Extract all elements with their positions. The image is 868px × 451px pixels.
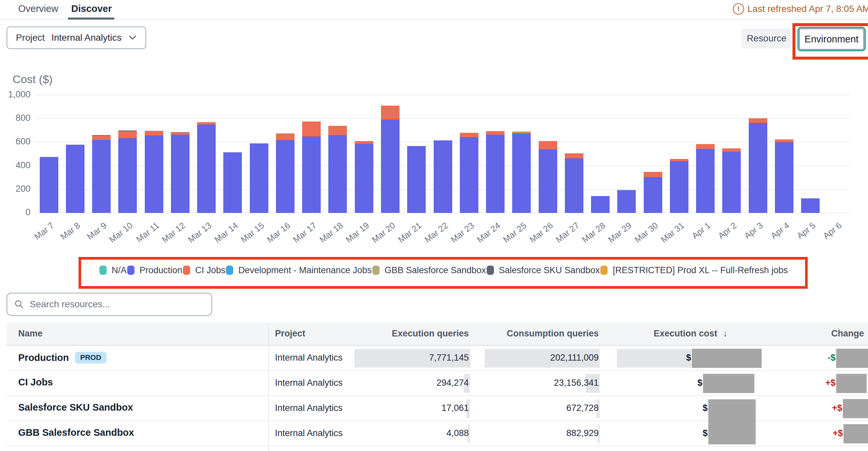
bar-mar-29[interactable] [617,190,636,213]
bar-mar-27[interactable] [565,153,583,213]
bar-mar-30[interactable] [644,172,662,213]
consumption-queries-cell: 882,929 [566,428,599,439]
bar-segment [565,153,583,158]
bar-apr-4[interactable] [775,139,794,213]
column-header-change[interactable]: Change [831,328,864,339]
resource-name: Salesforce SKU Sandbox [18,402,133,413]
bar-segment [171,135,189,213]
bar-mar-20[interactable] [381,106,400,213]
bar-mar-18[interactable] [328,126,347,213]
execution-cost-prefix: $ [698,378,702,388]
search-icon [14,299,24,309]
bar-segment [512,134,531,213]
bar-mar-26[interactable] [539,141,557,213]
legend-color-chip [372,265,380,275]
y-axis-tick-label: 800 [0,113,30,123]
bar-segment [722,148,741,152]
bar-segment [66,145,85,213]
x-axis-tick-label: Mar 30 [632,220,660,245]
bar-segment [197,122,216,125]
bar-mar-14[interactable] [223,152,242,213]
column-header-name[interactable]: Name [18,328,43,339]
bar-segment [591,196,610,213]
legend-item-salesforce-sku-sandbox[interactable]: Salesforce SKU Sandbox [487,265,600,276]
bar-apr-3[interactable] [749,118,767,213]
bar-mar-21[interactable] [407,146,426,213]
execution-queries-cell: 7,771,145 [429,353,469,363]
bar-mar-31[interactable] [670,159,688,213]
legend-item-gbb-salesforce-sandbox[interactable]: GBB Salesforce Sandbox [372,265,486,276]
group-by-environment-button[interactable]: Environment [799,29,864,50]
bar-mar-25[interactable] [512,131,531,213]
legend-item-ci-jobs[interactable]: CI Jobs [183,265,226,276]
bar-segment [696,149,715,213]
bar-apr-2[interactable] [722,148,741,213]
column-header-project[interactable]: Project [275,328,306,339]
resource-name-text: Production [18,352,69,363]
legend-item-n-a[interactable]: N/A [99,265,127,276]
x-axis-tick-label: Apr 1 [690,220,713,241]
bar-mar-15[interactable] [250,143,268,213]
bar-mar-17[interactable] [302,122,321,213]
change-prefix: -$ [828,353,836,363]
x-axis-tick-label: Mar 23 [448,220,476,245]
tab-discover[interactable]: Discover [71,3,112,14]
column-header-execution-queries[interactable]: Execution queries [392,328,469,339]
bar-mar-16[interactable] [276,133,294,213]
bar-mar-19[interactable] [355,141,373,213]
bar-apr-1[interactable] [696,144,715,213]
bar-mar-22[interactable] [434,140,452,213]
execution-queries-cell: 17,061 [441,403,469,413]
x-axis-tick-label: Mar 24 [475,220,503,245]
x-axis-tick-label: Mar 15 [239,220,266,245]
change-prefix: +$ [825,378,836,388]
chevron-down-icon [128,35,137,40]
resource-name: ProductionPROD [18,352,107,363]
chart-legend: N/AProductionCI JobsDevelopment - Mainte… [99,261,788,280]
x-axis-tick-label: Mar 20 [370,220,398,245]
execution-cost-prefix: $ [686,353,691,363]
y-axis-tick-label: 600 [0,136,30,147]
bar-mar-8[interactable] [66,145,85,213]
bar-segment [118,131,137,138]
bar-mar-9[interactable] [92,135,111,213]
bar-mar-28[interactable] [591,196,610,213]
x-axis-tick-label: Mar 14 [212,220,240,245]
legend-item--restricted-prod-xl-full-refresh-jobs[interactable]: [RESTRICTED] Prod XL -- Full-Refresh job… [600,265,788,276]
project-filter-dropdown[interactable]: Project Internal Analytics [7,27,146,49]
bar-mar-10[interactable] [118,130,137,213]
y-axis-tick-label: 1,000 [0,89,30,100]
search-resources-input[interactable] [29,299,204,310]
bar-segment [355,141,373,144]
bar-segment [801,198,819,213]
group-by-resource-button[interactable]: Resource [741,29,792,49]
bar-mar-11[interactable] [145,131,163,213]
bar-mar-24[interactable] [486,131,504,213]
last-refreshed-text: Last refreshed Apr 7, 8:05 AM PDT [747,4,868,14]
x-axis-tick-label: Mar 16 [265,220,292,245]
bar-segment [328,135,347,213]
execution-cost-prefix: $ [703,428,708,439]
legend-item-production[interactable]: Production [127,265,182,276]
bar-mar-7[interactable] [40,157,58,213]
execution-queries-cell: 4,088 [446,428,469,439]
bar-segment [40,157,58,213]
legend-item-development-maintenance-jobs[interactable]: Development - Maintenance Jobs [226,265,371,276]
tab-overview[interactable]: Overview [18,3,58,14]
bar-segment [381,106,400,120]
y-axis-tick-label: 0 [0,207,30,218]
bar-segment [276,133,294,140]
column-header-consumption-queries[interactable]: Consumption queries [506,328,599,339]
column-header-execution-cost[interactable]: Execution cost ↓ [654,328,727,339]
bar-segment [460,133,478,137]
bar-mar-12[interactable] [171,132,189,213]
x-axis-tick-label: Mar 8 [59,220,82,242]
project-filter-label: Project [16,32,45,43]
legend-color-chip [99,265,107,275]
bar-apr-5[interactable] [801,198,819,213]
legend-item-label: N/A [112,265,127,276]
bar-mar-23[interactable] [460,133,478,213]
x-axis-tick-label: Mar 22 [423,220,450,245]
bar-mar-13[interactable] [197,122,216,213]
project-cell: Internal Analytics [275,378,343,388]
